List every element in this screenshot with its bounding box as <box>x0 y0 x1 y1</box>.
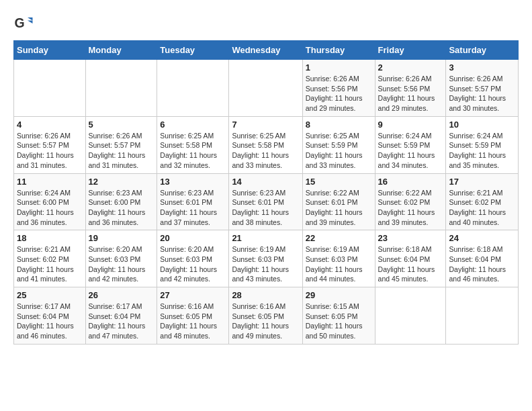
page-header: G <box>13 13 519 34</box>
day-info: Sunrise: 6:26 AM Sunset: 5:56 PM Dayligh… <box>306 74 372 113</box>
day-info: Sunrise: 6:18 AM Sunset: 6:04 PM Dayligh… <box>378 244 443 284</box>
calendar-cell: 1Sunrise: 6:26 AM Sunset: 5:56 PM Daylig… <box>302 60 375 117</box>
day-info: Sunrise: 6:25 AM Sunset: 5:58 PM Dayligh… <box>160 131 226 171</box>
calendar-week-row: 11Sunrise: 6:24 AM Sunset: 6:00 PM Dayli… <box>14 173 519 230</box>
calendar-cell <box>14 60 86 117</box>
weekday-header-cell: Tuesday <box>157 41 229 60</box>
day-info: Sunrise: 6:22 AM Sunset: 6:02 PM Dayligh… <box>378 188 443 228</box>
day-info: Sunrise: 6:17 AM Sunset: 6:04 PM Dayligh… <box>89 302 154 341</box>
day-number: 10 <box>449 120 515 130</box>
day-info: Sunrise: 6:21 AM Sunset: 6:02 PM Dayligh… <box>17 244 83 284</box>
calendar-week-row: 4Sunrise: 6:26 AM Sunset: 5:57 PM Daylig… <box>14 116 519 173</box>
calendar-body: 1Sunrise: 6:26 AM Sunset: 5:56 PM Daylig… <box>14 60 519 345</box>
day-number: 3 <box>449 62 515 73</box>
svg-text:G: G <box>15 15 25 30</box>
day-info: Sunrise: 6:19 AM Sunset: 6:03 PM Dayligh… <box>306 244 372 284</box>
calendar-week-row: 18Sunrise: 6:21 AM Sunset: 6:02 PM Dayli… <box>14 230 519 287</box>
day-number: 17 <box>449 177 515 187</box>
day-number: 2 <box>378 62 443 73</box>
calendar-cell: 14Sunrise: 6:23 AM Sunset: 6:01 PM Dayli… <box>229 173 302 230</box>
day-info: Sunrise: 6:24 AM Sunset: 6:00 PM Dayligh… <box>17 188 83 228</box>
day-number: 16 <box>378 177 443 187</box>
day-number: 28 <box>232 290 299 300</box>
calendar-cell: 9Sunrise: 6:24 AM Sunset: 5:59 PM Daylig… <box>375 116 446 173</box>
day-number: 12 <box>89 177 154 187</box>
day-info: Sunrise: 6:22 AM Sunset: 6:01 PM Dayligh… <box>306 188 372 228</box>
calendar-cell: 16Sunrise: 6:22 AM Sunset: 6:02 PM Dayli… <box>375 173 446 230</box>
day-number: 15 <box>306 177 372 187</box>
calendar-cell: 3Sunrise: 6:26 AM Sunset: 5:57 PM Daylig… <box>446 60 519 117</box>
logo-icon: G <box>13 13 34 34</box>
day-info: Sunrise: 6:21 AM Sunset: 6:02 PM Dayligh… <box>449 188 515 228</box>
weekday-header-cell: Thursday <box>302 41 375 60</box>
day-info: Sunrise: 6:23 AM Sunset: 6:00 PM Dayligh… <box>89 188 154 228</box>
calendar-table: SundayMondayTuesdayWednesdayThursdayFrid… <box>13 40 519 345</box>
calendar-cell: 4Sunrise: 6:26 AM Sunset: 5:57 PM Daylig… <box>14 116 86 173</box>
day-number: 23 <box>378 233 443 243</box>
day-info: Sunrise: 6:20 AM Sunset: 6:03 PM Dayligh… <box>160 244 226 284</box>
day-info: Sunrise: 6:17 AM Sunset: 6:04 PM Dayligh… <box>17 302 83 341</box>
calendar-cell: 7Sunrise: 6:25 AM Sunset: 5:58 PM Daylig… <box>229 116 302 173</box>
logo: G <box>13 13 36 34</box>
day-number: 7 <box>232 120 299 130</box>
weekday-header-cell: Friday <box>375 41 446 60</box>
day-number: 19 <box>89 233 154 243</box>
calendar-cell: 10Sunrise: 6:24 AM Sunset: 5:59 PM Dayli… <box>446 116 519 173</box>
calendar-cell: 20Sunrise: 6:20 AM Sunset: 6:03 PM Dayli… <box>157 230 229 287</box>
day-number: 5 <box>89 120 154 130</box>
calendar-cell: 24Sunrise: 6:18 AM Sunset: 6:04 PM Dayli… <box>446 230 519 287</box>
day-info: Sunrise: 6:25 AM Sunset: 5:59 PM Dayligh… <box>306 131 372 171</box>
calendar-cell <box>85 60 157 117</box>
day-number: 11 <box>17 177 83 187</box>
day-info: Sunrise: 6:15 AM Sunset: 6:05 PM Dayligh… <box>306 302 372 341</box>
day-info: Sunrise: 6:16 AM Sunset: 6:05 PM Dayligh… <box>160 302 226 341</box>
day-number: 26 <box>89 290 154 300</box>
day-number: 21 <box>232 233 299 243</box>
day-number: 22 <box>306 233 372 243</box>
calendar-cell: 8Sunrise: 6:25 AM Sunset: 5:59 PM Daylig… <box>302 116 375 173</box>
day-number: 8 <box>306 120 372 130</box>
day-number: 4 <box>17 120 83 130</box>
calendar-cell: 6Sunrise: 6:25 AM Sunset: 5:58 PM Daylig… <box>157 116 229 173</box>
calendar-cell: 17Sunrise: 6:21 AM Sunset: 6:02 PM Dayli… <box>446 173 519 230</box>
day-number: 18 <box>17 233 83 243</box>
day-info: Sunrise: 6:26 AM Sunset: 5:57 PM Dayligh… <box>17 131 83 171</box>
calendar-week-row: 1Sunrise: 6:26 AM Sunset: 5:56 PM Daylig… <box>14 60 519 117</box>
calendar-cell: 2Sunrise: 6:26 AM Sunset: 5:56 PM Daylig… <box>375 60 446 117</box>
day-info: Sunrise: 6:18 AM Sunset: 6:04 PM Dayligh… <box>449 244 515 284</box>
day-info: Sunrise: 6:24 AM Sunset: 5:59 PM Dayligh… <box>378 131 443 171</box>
weekday-header-cell: Wednesday <box>229 41 302 60</box>
day-info: Sunrise: 6:24 AM Sunset: 5:59 PM Dayligh… <box>449 131 515 171</box>
day-info: Sunrise: 6:26 AM Sunset: 5:57 PM Dayligh… <box>89 131 154 171</box>
calendar-cell: 21Sunrise: 6:19 AM Sunset: 6:03 PM Dayli… <box>229 230 302 287</box>
day-number: 25 <box>17 290 83 300</box>
calendar-cell <box>229 60 302 117</box>
calendar-cell: 19Sunrise: 6:20 AM Sunset: 6:03 PM Dayli… <box>85 230 157 287</box>
day-info: Sunrise: 6:19 AM Sunset: 6:03 PM Dayligh… <box>232 244 299 284</box>
calendar-cell <box>375 287 446 345</box>
day-number: 1 <box>306 62 372 73</box>
calendar-cell: 12Sunrise: 6:23 AM Sunset: 6:00 PM Dayli… <box>85 173 157 230</box>
calendar-cell: 27Sunrise: 6:16 AM Sunset: 6:05 PM Dayli… <box>157 287 229 345</box>
calendar-cell <box>157 60 229 117</box>
calendar-cell: 23Sunrise: 6:18 AM Sunset: 6:04 PM Dayli… <box>375 230 446 287</box>
weekday-header-cell: Sunday <box>14 41 86 60</box>
calendar-cell: 25Sunrise: 6:17 AM Sunset: 6:04 PM Dayli… <box>14 287 86 345</box>
weekday-header-row: SundayMondayTuesdayWednesdayThursdayFrid… <box>14 41 519 60</box>
day-info: Sunrise: 6:23 AM Sunset: 6:01 PM Dayligh… <box>160 188 226 228</box>
svg-marker-2 <box>28 21 33 24</box>
calendar-cell: 13Sunrise: 6:23 AM Sunset: 6:01 PM Dayli… <box>157 173 229 230</box>
day-number: 24 <box>449 233 515 243</box>
weekday-header-cell: Saturday <box>446 41 519 60</box>
day-info: Sunrise: 6:26 AM Sunset: 5:56 PM Dayligh… <box>378 74 443 113</box>
day-info: Sunrise: 6:26 AM Sunset: 5:57 PM Dayligh… <box>449 74 515 113</box>
calendar-cell: 11Sunrise: 6:24 AM Sunset: 6:00 PM Dayli… <box>14 173 86 230</box>
day-info: Sunrise: 6:25 AM Sunset: 5:58 PM Dayligh… <box>232 131 299 171</box>
calendar-week-row: 25Sunrise: 6:17 AM Sunset: 6:04 PM Dayli… <box>14 287 519 345</box>
day-number: 6 <box>160 120 226 130</box>
calendar-cell: 28Sunrise: 6:16 AM Sunset: 6:05 PM Dayli… <box>229 287 302 345</box>
day-info: Sunrise: 6:20 AM Sunset: 6:03 PM Dayligh… <box>89 244 154 284</box>
calendar-cell: 5Sunrise: 6:26 AM Sunset: 5:57 PM Daylig… <box>85 116 157 173</box>
calendar-cell: 29Sunrise: 6:15 AM Sunset: 6:05 PM Dayli… <box>302 287 375 345</box>
weekday-header-cell: Monday <box>85 41 157 60</box>
